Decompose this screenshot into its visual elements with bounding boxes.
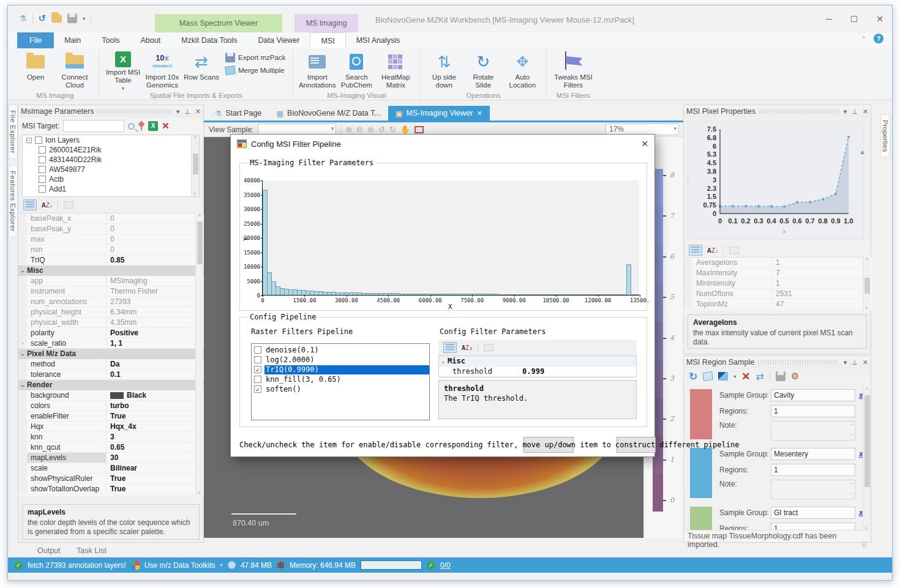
- checkbox[interactable]: [254, 356, 261, 363]
- categorize-icon[interactable]: [689, 245, 702, 256]
- sample-group-input[interactable]: GI tract: [771, 507, 855, 519]
- merge-multiple-button[interactable]: Merge Multiple: [225, 66, 285, 75]
- tab-msi[interactable]: MSI: [310, 32, 345, 48]
- search-pubchem-button[interactable]: Search PubChem: [337, 50, 375, 90]
- doc-tab-2[interactable]: ▦BioNovoGene M/Z Data T...: [269, 106, 388, 121]
- tree-item[interactable]: AW549877: [23, 165, 199, 174]
- checkbox[interactable]: ✓: [254, 366, 261, 373]
- qat-dropdown-icon[interactable]: ▾: [83, 16, 85, 21]
- property-row[interactable]: enableFilterTrue: [18, 411, 204, 422]
- checkbox[interactable]: [39, 176, 46, 183]
- upside-down-button[interactable]: ⇅Up side down: [425, 50, 463, 90]
- property-row[interactable]: knn3: [18, 432, 204, 442]
- fill-dropdown-icon[interactable]: ▾: [733, 374, 736, 379]
- collapse-ribbon-icon[interactable]: ⌃: [861, 35, 866, 42]
- connect-cloud-button[interactable]: Connect Cloud: [56, 50, 94, 90]
- pipeline-filter-item[interactable]: log(2.0000): [252, 355, 429, 365]
- panel-pin-icon[interactable]: ⊥: [852, 359, 858, 367]
- checkbox[interactable]: [39, 185, 46, 193]
- sample-group-input[interactable]: Mesentery: [771, 448, 855, 460]
- checkbox[interactable]: [39, 156, 46, 163]
- toolkits-dropdown-icon[interactable]: ▾: [220, 562, 223, 568]
- dialog-close-icon[interactable]: ✕: [641, 139, 648, 149]
- help-icon[interactable]: ?: [874, 34, 883, 43]
- search-icon[interactable]: [128, 123, 135, 130]
- zoom-fit-icon[interactable]: ⊜: [367, 125, 374, 134]
- sync-icon[interactable]: ⇄: [756, 371, 764, 382]
- checkbox[interactable]: [254, 376, 261, 383]
- panel-menu-icon[interactable]: ▾: [844, 359, 847, 367]
- save-icon[interactable]: [67, 13, 77, 23]
- doc-tab-1[interactable]: ⚗Start Page: [208, 106, 269, 121]
- zoom-out-icon[interactable]: ⊖: [356, 125, 363, 134]
- pipeline-filter-item[interactable]: ✓soften(): [252, 384, 429, 394]
- maximize-button[interactable]: ☐: [850, 14, 858, 24]
- property-row[interactable]: appMSImaging: [18, 276, 204, 286]
- pipeline-filter-item[interactable]: ✓TrIQ(0.9990): [252, 365, 429, 374]
- property-row[interactable]: instrumentThermo Fisher: [18, 286, 204, 297]
- note-input[interactable]: [771, 421, 855, 441]
- scrollbar-down-icon[interactable]: ˅: [193, 192, 196, 196]
- panel-close-icon[interactable]: ✕: [863, 108, 868, 116]
- tree-item[interactable]: 2600014E21Rik: [23, 145, 199, 155]
- category-row[interactable]: ⌄Misc: [439, 356, 636, 367]
- property-row[interactable]: HqxHqx_4x: [18, 422, 204, 432]
- tweaks-msi-filters-button[interactable]: Tweaks MSI Filters: [552, 50, 594, 90]
- tree-item[interactable]: Actb: [23, 174, 199, 184]
- property-row[interactable]: backgroundBlack: [18, 390, 204, 401]
- property-row[interactable]: scaleBilinear: [18, 463, 204, 474]
- panel-pin-icon[interactable]: ⊥: [852, 108, 858, 116]
- checkbox[interactable]: [39, 166, 46, 173]
- tree-item[interactable]: Add1: [23, 184, 199, 194]
- collapse-arrow-icon[interactable]: ›: [687, 178, 689, 184]
- property-row[interactable]: NumOfIons2531: [684, 289, 872, 299]
- export-mzpack-button[interactable]: Export mzPack: [225, 53, 285, 62]
- scrollbar[interactable]: ˄˅: [195, 213, 203, 496]
- sort-az-icon[interactable]: AZ↓: [40, 199, 54, 210]
- property-row[interactable]: MinIntensity1: [684, 278, 872, 289]
- sample-group-input[interactable]: Cavity: [771, 389, 855, 401]
- scrollbar[interactable]: ˄˅: [191, 135, 199, 196]
- regions-input[interactable]: 1: [771, 405, 855, 417]
- panel-close-icon[interactable]: ✕: [195, 108, 201, 116]
- property-row[interactable]: TrIQ0.85: [18, 255, 204, 266]
- rotate-left-icon[interactable]: ↺: [378, 125, 385, 134]
- category-row[interactable]: ⌄Misc: [18, 266, 204, 276]
- delete-region-icon[interactable]: ✕: [741, 370, 750, 383]
- property-row[interactable]: physical_height6.34mm: [18, 307, 204, 318]
- property-row[interactable]: MaxIntensity7: [684, 268, 872, 278]
- checkbox[interactable]: [35, 136, 42, 144]
- property-row[interactable]: AverageIons1: [684, 258, 872, 268]
- copy-region-icon[interactable]: [702, 371, 713, 381]
- panel-menu-icon[interactable]: ▾: [844, 108, 847, 116]
- undo-icon[interactable]: ↺: [39, 13, 47, 24]
- rotate-slide-button[interactable]: ↻Rotate Slide: [464, 50, 502, 90]
- close-button[interactable]: ✕: [876, 14, 883, 24]
- property-row[interactable]: polarityPositive: [18, 328, 204, 338]
- fill-region-icon[interactable]: [718, 372, 728, 381]
- property-row[interactable]: tolerance0.1: [18, 370, 204, 380]
- pin-icon[interactable]: [138, 122, 144, 130]
- category-row[interactable]: ⌄Render: [18, 380, 204, 390]
- scrollbar[interactable]: ˄˅: [863, 257, 871, 311]
- ion-layers-tree[interactable]: −Ion Layers2600014E21Rik4831440D22RikAW5…: [22, 135, 200, 197]
- msi-target-input[interactable]: [63, 120, 124, 132]
- tab-file[interactable]: File: [17, 32, 54, 48]
- property-row[interactable]: min0: [18, 245, 204, 255]
- property-row[interactable]: num_annotations27393: [18, 297, 204, 307]
- property-row[interactable]: colorsturbo: [18, 401, 204, 411]
- sort-az-icon[interactable]: AZ↓: [460, 342, 474, 353]
- property-row[interactable]: basePeak_x0: [18, 214, 204, 224]
- import-annotations-button[interactable]: Import Annotations: [298, 50, 336, 90]
- tree-item[interactable]: 4831440D22Rik: [23, 155, 199, 165]
- import-msi-table-button[interactable]: XImport MSI Table▾: [104, 50, 142, 90]
- property-row[interactable]: mapLevels30: [18, 453, 204, 463]
- checkbox[interactable]: [39, 146, 46, 154]
- property-row[interactable]: knn_qcut0.65: [18, 442, 204, 453]
- excel-export-icon[interactable]: X: [148, 121, 158, 131]
- sidebar-tab-file-explorer[interactable]: File Explorer: [8, 105, 18, 159]
- doc-tab-3[interactable]: ▣MS-Imaging Viewer✕: [388, 106, 490, 121]
- refresh-icon[interactable]: ↻: [689, 370, 697, 383]
- tab-msi-analysis[interactable]: MSI Analysis: [346, 32, 411, 48]
- clear-icon[interactable]: ✕: [162, 121, 170, 132]
